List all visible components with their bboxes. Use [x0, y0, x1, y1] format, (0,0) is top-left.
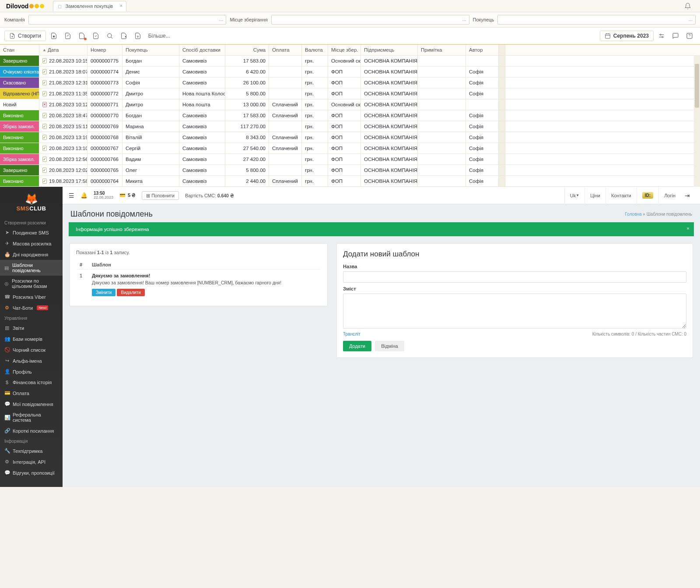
- login-link[interactable]: Логін: [658, 187, 681, 204]
- table-row[interactable]: Виконано✓20.08.2023 18:47:220000000770Бо…: [0, 110, 700, 121]
- table-row[interactable]: Завершено✓22.08.2023 10:15:070000000775Б…: [0, 56, 700, 66]
- table-row[interactable]: Новий✕21.08.2023 10:12:170000000771Дмитр…: [0, 99, 700, 110]
- viber-icon: ☎: [4, 294, 10, 300]
- sum-cell: 117 270.00: [225, 121, 269, 132]
- menu-numbers[interactable]: 👥Бази номерів: [0, 333, 63, 344]
- logout-icon[interactable]: ⇥: [681, 192, 694, 199]
- bell-icon[interactable]: [684, 3, 691, 10]
- close-icon[interactable]: ×: [120, 3, 122, 8]
- create-button[interactable]: Створити: [4, 31, 46, 41]
- buyer-combo[interactable]: [497, 15, 696, 24]
- search-icon[interactable]: [104, 30, 116, 42]
- table-row[interactable]: Очікуємо клієнта✓21.08.2023 18:07:540000…: [0, 66, 700, 77]
- table-row[interactable]: Виконано✓20.08.2023 13:19:390000000768Ві…: [0, 132, 700, 143]
- col-status[interactable]: Стан: [0, 45, 39, 55]
- cancel-button[interactable]: Відміна: [375, 341, 404, 351]
- prices-link[interactable]: Ціни: [584, 187, 606, 204]
- menu-notif[interactable]: 💬Мої повідомлення: [0, 399, 63, 410]
- author-cell: Софія: [466, 132, 499, 143]
- menu-reports[interactable]: ▥Звіти: [0, 322, 63, 333]
- content-textarea[interactable]: [343, 294, 686, 329]
- add-button[interactable]: Додати: [343, 341, 371, 351]
- id-badge-link[interactable]: ID:: [637, 187, 658, 204]
- status-cell: Новий: [0, 99, 39, 110]
- number-cell: 0000000765: [88, 165, 122, 175]
- col-delivery[interactable]: Спосіб доставки: [179, 45, 225, 55]
- entrepreneur-cell: ОСНОВНА КОМПАНІЯ: [361, 132, 418, 143]
- menu-support[interactable]: 🔧Техпідтримка: [0, 445, 63, 456]
- favorite-icon[interactable]: [48, 30, 60, 42]
- entrepreneur-cell: ОСНОВНА КОМПАНІЯ: [361, 121, 418, 132]
- col-storage[interactable]: Місце збер.: [328, 45, 361, 55]
- bell-icon[interactable]: 🔔: [80, 192, 88, 199]
- menu-finance[interactable]: $Фінансова історія: [0, 377, 63, 388]
- table-row[interactable]: Збірка замовл.✓20.08.2023 12:56:23000000…: [0, 154, 700, 165]
- translit-link[interactable]: Трансліт: [343, 332, 360, 336]
- col-number[interactable]: Номер: [88, 45, 122, 55]
- name-input[interactable]: [343, 271, 686, 283]
- brand-dot-yellow: [35, 4, 39, 8]
- menu-blacklist[interactable]: 🚫Чорний список: [0, 344, 63, 355]
- contacts-link[interactable]: Контакти: [606, 187, 637, 204]
- menu-referral[interactable]: 📊Реферальна система: [0, 410, 63, 425]
- company-combo[interactable]: [28, 15, 227, 24]
- col-note[interactable]: Примітка: [418, 45, 466, 55]
- storage-combo[interactable]: [271, 15, 469, 24]
- help-icon[interactable]: [683, 30, 696, 42]
- col-currency[interactable]: Валюта: [302, 45, 328, 55]
- menu-templates[interactable]: ▤Шаблони повідомлень: [0, 260, 63, 276]
- table-row[interactable]: Відправлено (НП)✓21.08.2023 11:35:400000…: [0, 88, 700, 99]
- storage-cell: ФОП: [328, 154, 361, 164]
- menu-api[interactable]: ⚙Інтеграція, API: [0, 456, 63, 467]
- export-icon[interactable]: [118, 30, 130, 42]
- edit-doc-icon[interactable]: [62, 30, 74, 42]
- number-cell: 0000000766: [88, 154, 122, 164]
- table-row[interactable]: Виконано✓20.08.2023 13:10:250000000767Се…: [0, 143, 700, 154]
- menu-shortlinks[interactable]: 🔗Короткі посилання: [0, 425, 63, 436]
- table-row[interactable]: Збірка замовл.✓20.08.2023 15:11:16000000…: [0, 121, 700, 132]
- tag-doc-icon[interactable]: [76, 30, 88, 42]
- print-icon[interactable]: [132, 30, 144, 42]
- col-payment[interactable]: Оплата: [269, 45, 302, 55]
- menu-profile[interactable]: 👤Профіль: [0, 366, 63, 377]
- more-button[interactable]: Більше...: [148, 33, 170, 39]
- table-row[interactable]: Завершено✓20.08.2023 12:02:300000000765О…: [0, 165, 700, 176]
- crumb-home[interactable]: Головна: [625, 212, 642, 217]
- table-row[interactable]: Виконано✓19.08.2023 17:58:090000000764Ми…: [0, 176, 700, 187]
- menu-bday[interactable]: 🎂Дні народження: [0, 249, 63, 260]
- col-author[interactable]: Автор: [466, 45, 499, 55]
- receipt-icon[interactable]: [90, 30, 102, 42]
- number-cell: 0000000771: [88, 99, 122, 110]
- col-date[interactable]: ▲Дата: [39, 45, 88, 55]
- alert-close-icon[interactable]: ×: [686, 226, 690, 231]
- delete-button[interactable]: Видалити: [117, 289, 144, 296]
- edit-button[interactable]: Змінити: [92, 289, 116, 296]
- hamburger-icon[interactable]: ☰: [69, 192, 74, 199]
- menu-chatbots[interactable]: ⚙Чат-БотиNew!: [0, 302, 63, 313]
- note-cell: [418, 66, 466, 77]
- period-button[interactable]: Серпень 2023: [600, 31, 654, 41]
- menu-feedback[interactable]: 💬Відгуки, пропозиції: [0, 467, 63, 478]
- svg-point-4: [662, 36, 663, 38]
- menu-target[interactable]: ◎Розсилки по цільовим базам: [0, 276, 63, 291]
- col-entrepreneur[interactable]: Підприємець: [361, 45, 418, 55]
- vertical-scrollbar[interactable]: [694, 55, 700, 187]
- broadcast-icon: ✈: [4, 241, 10, 246]
- refill-button[interactable]: ⊞ Поповнити: [142, 191, 179, 200]
- storage-cell: ФОП: [328, 88, 361, 99]
- menu-payment[interactable]: 💳Оплата: [0, 388, 63, 399]
- date-cell: ✓20.08.2023 12:56:23: [39, 154, 88, 164]
- tab-orders[interactable]: ◻ Замовлення покупців ×: [53, 1, 126, 11]
- menu-mass[interactable]: ✈Масова розсилка: [0, 238, 63, 249]
- col-sum[interactable]: Сума: [225, 45, 269, 55]
- menu-single-sms[interactable]: ➤Поодиноке SMS: [0, 227, 63, 238]
- scroll-thumb[interactable]: [695, 64, 699, 108]
- table-row[interactable]: Скасовано✓21.08.2023 12:31:040000000773С…: [0, 77, 700, 88]
- settings-icon[interactable]: [655, 30, 668, 42]
- menu-viber[interactable]: ☎Розсилка Viber: [0, 291, 63, 302]
- menu-alpha[interactable]: ↪Альфа-імена: [0, 355, 63, 366]
- lang-switch[interactable]: Uk ▼: [564, 187, 584, 204]
- col-buyer[interactable]: Покупець: [122, 45, 179, 55]
- brand-dot-yellow2: [40, 4, 44, 8]
- chat-icon[interactable]: [669, 30, 682, 42]
